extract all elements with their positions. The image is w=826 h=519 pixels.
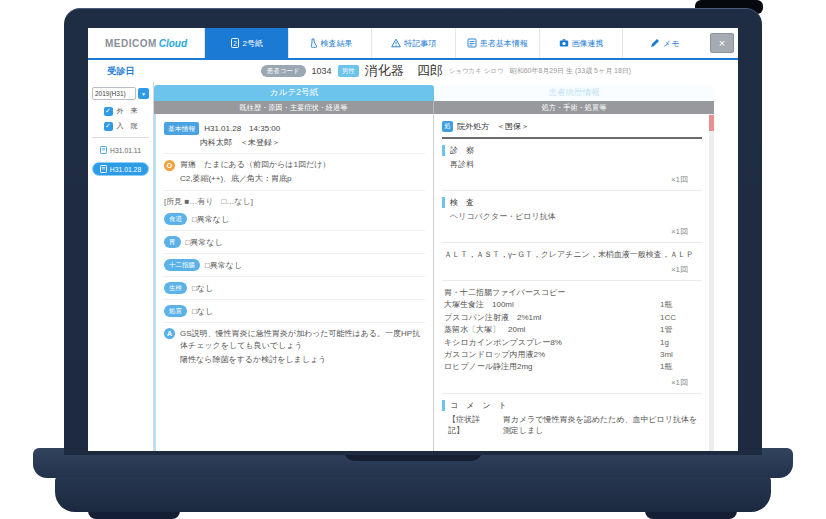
prescription-icon: 処	[442, 121, 453, 132]
flask-icon	[308, 38, 318, 48]
tab-special-notes[interactable]: 特記事項	[371, 28, 455, 58]
year-dropdown-button[interactable]: ▼	[138, 88, 149, 99]
tab-label: 特記事項	[404, 38, 436, 49]
order-section-labs: ＡＬＴ，ＡＳＴ，γ−ＧＴ，クレアチニン，末梢血液一般検査，ＡＬＰ ×1回	[442, 243, 702, 281]
year-value[interactable]: 2019(H31)	[92, 87, 136, 100]
tab-patient-info[interactable]: 患者基本情報	[455, 28, 539, 58]
logo-medicom: MEDICOM	[105, 38, 157, 49]
content-tabs: カルテ2号紙 患者病歴情報	[154, 85, 714, 101]
tab-patient-history[interactable]: 患者病歴情報	[434, 85, 714, 101]
left-column-header: 既往歴・原因・主要症状・経過等	[154, 101, 434, 114]
close-button[interactable]: ×	[710, 33, 734, 53]
column-headers: 既往歴・原因・主要症状・経過等 処方・手術・処置等	[154, 101, 714, 114]
med-name: ブスコパン注射液 2%1ml	[444, 312, 660, 324]
med-qty: 1管	[660, 324, 702, 336]
main-content: カルテ2号紙 患者病歴情報 既往歴・原因・主要症状・経過等 処方・手術・処置等 …	[154, 82, 738, 451]
svg-text:2: 2	[233, 40, 237, 47]
assessment-note: A GS説明、慢性胃炎に急性胃炎が加わった可能性はある。一度HP抗体チェックをし…	[164, 323, 425, 371]
karte-columns: 基本情報 H31.01.28 14:35:00 内科太郎 ＜未登録＞ O 胃痛 …	[154, 114, 714, 451]
finding-badge-stomach: 胃	[164, 236, 181, 248]
patient-code: 1034	[312, 66, 332, 76]
prescription-title: 院外処方 ＜国保＞	[457, 121, 529, 132]
tab-label: メモ	[663, 38, 679, 49]
med-row: 蒸留水〔大塚〕 20ml 1管	[442, 324, 702, 336]
assessment-line1: GS説明、慢性胃炎に急性胃炎が加わった可能性はある。一度HP抗体チェックをしても…	[180, 328, 425, 352]
comment-section: コ メ ン ト 【症状詳記】 胃カメラで慢性胃炎を認めたため、血中ピロリ抗体を測…	[442, 394, 702, 441]
filter-outpatient[interactable]: ✓ 外 来	[92, 106, 149, 116]
tab-memo[interactable]: メモ	[622, 28, 706, 58]
med-qty: 1瓶	[660, 361, 702, 373]
checkbox-checked-icon[interactable]: ✓	[104, 107, 113, 116]
laptop-bottom-bar	[55, 477, 771, 512]
medicom-cloud-logo: MEDICOM Cloud	[88, 28, 204, 58]
med-row: ブスコパン注射液 2%1ml 1CC	[442, 312, 702, 324]
year-selector: 2019(H31) ▼	[92, 87, 149, 100]
section-title: 検 査	[442, 197, 702, 208]
pencil-icon	[650, 38, 660, 48]
finding-text: □異常なし	[186, 237, 223, 248]
tab-karte-2goushi[interactable]: カルテ2号紙	[154, 85, 434, 101]
entry-doctor: 内科太郎 ＜未登録＞	[164, 137, 425, 148]
finding-text: □異常なし	[192, 214, 229, 225]
tab-label: 2号紙	[243, 38, 263, 49]
laptop-mockup: MEDICOM Cloud 2 2号紙 検査結果 特記事項 患者基本情報 画	[0, 0, 826, 519]
tab-label: 検査結果	[321, 38, 353, 49]
med-name: 蒸留水〔大塚〕 20ml	[444, 324, 660, 336]
comment-title: コ メ ン ト	[442, 400, 702, 411]
section-count: ×1回	[442, 174, 702, 185]
med-qty: 1CC	[660, 312, 702, 324]
basic-info-badge: 基本情報	[164, 122, 199, 135]
visit-date-label: H31.01.11	[110, 147, 141, 154]
document-2-icon: 2	[230, 38, 240, 48]
finding-text: □なし	[192, 283, 213, 294]
prescription-header: 処 院外処方 ＜国保＞	[442, 117, 702, 139]
visit-date-item-selected[interactable]: H31.01.28	[92, 162, 149, 176]
patient-card-icon	[467, 38, 477, 48]
tab-test-results[interactable]: 検査結果	[288, 28, 372, 58]
scrollbar-thumb[interactable]	[709, 115, 714, 131]
section-item: 再診料	[442, 159, 702, 171]
findings-legend: [所見 ■…有り □…なし]	[164, 196, 425, 207]
finding-badge-treatment: 処置	[164, 305, 187, 317]
section-count: ×1回	[442, 377, 702, 388]
finding-row: 食道 □異常なし	[164, 213, 425, 225]
tab-label: 患者基本情報	[480, 38, 528, 49]
soap-a-icon: A	[164, 328, 175, 339]
app-window: MEDICOM Cloud 2 2号紙 検査結果 特記事項 患者基本情報 画	[88, 28, 738, 451]
finding-row: 処置 □なし	[164, 300, 425, 323]
finding-badge-biopsy: 生検	[164, 282, 187, 294]
med-row: 胃・十二指腸ファイバースコピー	[442, 287, 702, 299]
tab-image-link[interactable]: 画像連携	[539, 28, 623, 58]
karte-doc-icon	[100, 146, 107, 154]
med-name: キシロカインポンプスプレー8%	[444, 337, 660, 349]
med-row: ガスコンドロップ内用液2% 3ml	[442, 349, 702, 361]
med-name: ガスコンドロップ内用液2%	[444, 349, 660, 361]
filter-inpatient[interactable]: ✓ 入 院	[92, 121, 149, 131]
objective-line1: 胃痛 たまにある（前回からは1回だけ）	[180, 159, 330, 171]
order-section-procedure-meds: 胃・十二指腸ファイバースコピー 大塚生食注 100ml 1瓶 ブスコパン注射液 …	[442, 281, 702, 394]
soap-o-icon: O	[164, 160, 175, 171]
finding-text: □なし	[192, 306, 213, 317]
entry-datetime: H31.01.28 14:35:00	[204, 123, 280, 134]
med-name: 胃・十二指腸ファイバースコピー	[444, 287, 660, 299]
section-count: ×1回	[442, 226, 702, 237]
entry-header: 基本情報 H31.01.28 14:35:00 内科太郎 ＜未登録＞	[164, 117, 425, 154]
objective-note: O 胃痛 たまにある（前回からは1回だけ） C2,萎縮(++)、底／角大：胃底p	[164, 154, 425, 191]
camera-icon	[559, 38, 569, 48]
med-qty: 1g	[660, 337, 702, 349]
patient-birthdate: 昭和60年8月29日 生 (33歳 5ヶ月 18日)	[510, 66, 632, 76]
visit-date-sidebar: 2019(H31) ▼ ✓ 外 来 ✓ 入 院 H31.01.11	[88, 82, 154, 451]
comment-label: 【症状詳記】	[448, 414, 489, 436]
filter-label: 外 来	[117, 106, 138, 116]
checkbox-checked-icon[interactable]: ✓	[104, 122, 113, 131]
visit-date-item[interactable]: H31.01.11	[92, 144, 149, 156]
karte-doc-icon	[100, 165, 107, 173]
tab-karte-2gou[interactable]: 2 2号紙	[204, 28, 288, 58]
order-section-consultation: 診 察 再診料 ×1回	[442, 139, 702, 191]
med-qty	[660, 287, 702, 299]
sidebar-divider	[92, 137, 149, 138]
finding-badge-duodenum: 十二指腸	[164, 259, 200, 271]
finding-row: 胃 □異常なし	[164, 231, 425, 254]
scrollbar-track[interactable]	[709, 114, 714, 451]
patient-name: 消化器 四郎	[365, 62, 443, 80]
